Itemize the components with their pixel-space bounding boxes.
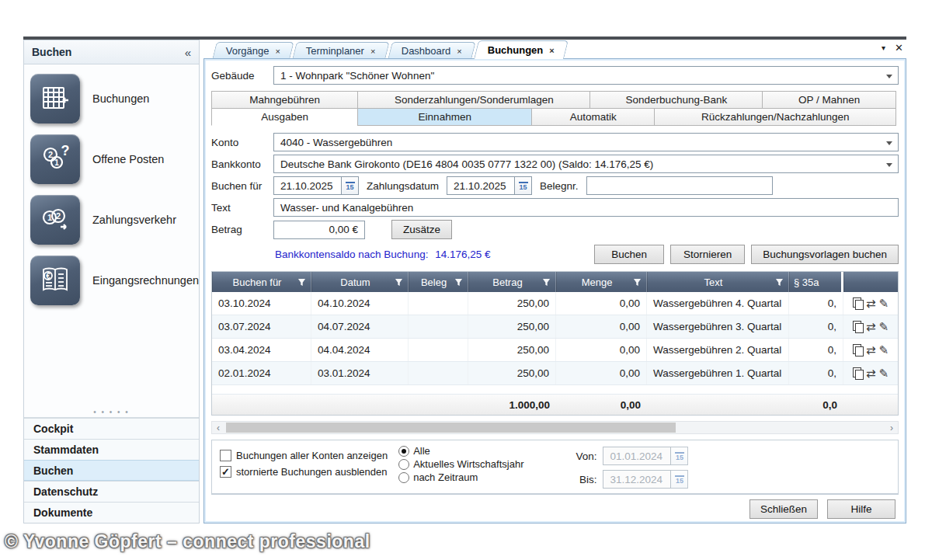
tab-close-icon[interactable]: × <box>457 47 461 56</box>
sidebar-item-offene-posten[interactable]: 2 1 ? Offene Posten <box>30 134 199 184</box>
edit-booking-icon[interactable]: ✎ <box>879 297 889 309</box>
tab-ausgaben[interactable]: Ausgaben <box>211 108 358 126</box>
scrollbar-thumb[interactable] <box>226 423 676 433</box>
collapse-sidebar-icon[interactable]: « <box>185 46 191 59</box>
copy-booking-icon[interactable] <box>853 297 863 309</box>
radio-zeitraum[interactable]: nach Zeitraum <box>398 471 523 483</box>
filter-icon[interactable] <box>633 278 642 287</box>
radio-icon[interactable] <box>398 459 409 470</box>
filter-icon[interactable] <box>454 278 463 287</box>
checkbox-all-accounts[interactable]: Buchungen aller Konten anzeigen <box>220 450 388 461</box>
table-row[interactable]: 03.07.2024 04.07.2024 250,00 0,00 Wasser… <box>212 315 898 339</box>
calendar-icon[interactable]: 15 <box>671 447 688 465</box>
von-date-input[interactable]: 01.01.2024 <box>603 447 671 465</box>
calendar-icon[interactable]: 15 <box>342 176 359 195</box>
tab-vorgaenge[interactable]: Vorgänge× <box>212 42 294 59</box>
copy-booking-icon[interactable] <box>853 321 863 332</box>
buchen-fuer-date-input[interactable]: 21.10.2025 <box>273 176 342 195</box>
gebaeude-select[interactable]: 1 - Wohnpark "Schöner Wohnen" <box>273 66 899 85</box>
stornieren-button[interactable]: Stornieren <box>670 245 745 264</box>
sidebar-item-buchen[interactable]: Buchen <box>24 460 199 481</box>
sidebar-item-label: Eingangsrechnungen <box>92 274 199 287</box>
copy-booking-icon[interactable] <box>853 367 863 379</box>
table-row[interactable]: 03.10.2024 04.10.2024 250,00 0,00 Wasser… <box>212 292 898 315</box>
scroll-left-icon[interactable]: ‹ <box>212 423 224 433</box>
edit-booking-icon[interactable]: ✎ <box>879 344 889 356</box>
column-header-35a[interactable]: § 35a <box>789 272 843 292</box>
tab-close-icon[interactable]: × <box>549 46 554 55</box>
repeat-booking-icon[interactable]: ⇄ <box>866 367 876 379</box>
repeat-booking-icon[interactable]: ⇄ <box>866 321 876 332</box>
edit-booking-icon[interactable]: ✎ <box>879 367 889 379</box>
sidebar-item-buchungen[interactable]: Buchungen <box>30 74 199 123</box>
tab-label: Terminplaner <box>306 45 364 57</box>
belegnr-input[interactable] <box>586 176 773 195</box>
betrag-input[interactable]: 0,00 € <box>273 221 365 239</box>
repeat-booking-icon[interactable]: ⇄ <box>866 297 876 309</box>
sidebar-item-eingangsrechnungen[interactable]: € Eingangsrechnungen <box>30 256 199 305</box>
scroll-right-icon[interactable]: › <box>885 423 898 433</box>
hilfe-button[interactable]: Hilfe <box>827 499 895 519</box>
bankkonto-select[interactable]: Deutsche Bank Girokonto (DE16 4804 0035 … <box>273 155 899 173</box>
sidebar-item-stammdaten[interactable]: Stammdaten <box>24 439 199 460</box>
calendar-icon[interactable]: 15 <box>671 470 688 489</box>
copy-booking-icon[interactable] <box>853 344 863 356</box>
column-header-betrag[interactable]: Betrag <box>468 272 556 292</box>
sidebar-splitter-handle[interactable]: • • • • • <box>24 409 199 418</box>
edit-booking-icon[interactable]: ✎ <box>879 321 889 332</box>
sidebar: Buchen « Buchungen 2 <box>23 40 200 523</box>
tab-close-icon[interactable]: × <box>275 47 280 56</box>
horizontal-scrollbar[interactable]: ‹ › <box>211 421 899 434</box>
sidebar-item-dokumente[interactable]: Dokumente <box>24 502 199 523</box>
tab-buchungen[interactable]: Buchungen× <box>474 40 569 59</box>
filter-icon[interactable] <box>542 278 551 287</box>
radio-selected-icon[interactable] <box>398 446 409 457</box>
sidebar-item-zahlungsverkehr[interactable]: 1 2 Zahlungsverkehr <box>30 195 199 245</box>
payments-icon: 1 2 <box>30 195 80 245</box>
zahlungsdatum-date-input[interactable]: 21.10.2025 <box>447 176 515 195</box>
tab-sonderzahlungen[interactable]: Sonderzahlungen/Sonderumlagen <box>357 91 590 109</box>
tab-terminplaner[interactable]: Terminplaner× <box>292 42 389 59</box>
filter-icon[interactable] <box>395 278 403 287</box>
konto-select[interactable]: 4040 - Wassergebühren <box>273 133 899 151</box>
tab-automatik[interactable]: Automatik <box>531 108 655 126</box>
column-header-menge[interactable]: Menge <box>556 272 647 292</box>
tab-dashboard[interactable]: Dashboard× <box>388 42 476 59</box>
sidebar-title: Buchen <box>32 46 71 58</box>
filter-icon[interactable] <box>297 278 306 287</box>
close-tab-icon[interactable]: ✕ <box>895 42 903 54</box>
radio-wirtschaftsjahr[interactable]: Aktuelles Wirtschaftsjahr <box>398 458 523 470</box>
sidebar-item-cockpit[interactable]: Cockpit <box>24 418 199 439</box>
buchungsvorlagen-button[interactable]: Buchungsvorlagen buchen <box>751 245 899 264</box>
tab-rueckzahlungen[interactable]: Rückzahlungen/Nachzahlungen <box>654 108 896 126</box>
repeat-booking-icon[interactable]: ⇄ <box>866 344 876 356</box>
filter-icon[interactable] <box>775 278 784 287</box>
buchen-button[interactable]: Buchen <box>594 245 664 264</box>
tab-mahngebuehren[interactable]: Mahngebühren <box>211 91 358 109</box>
table-row[interactable]: 02.01.2024 03.01.2024 250,00 0,00 Wasser… <box>212 362 898 385</box>
column-header-buchen-fuer[interactable]: Buchen für <box>212 272 311 292</box>
sidebar-item-datenschutz[interactable]: Datenschutz <box>24 481 199 502</box>
tab-op-mahnen[interactable]: OP / Mahnen <box>762 91 896 109</box>
column-header-beleg[interactable]: Beleg <box>409 272 468 292</box>
table-row[interactable]: 03.04.2024 04.04.2024 250,00 0,00 Wasser… <box>212 339 898 362</box>
checkbox-checked-icon[interactable]: ✓ <box>220 466 231 478</box>
column-header-text[interactable]: Text <box>647 272 789 292</box>
radio-icon[interactable] <box>398 472 409 483</box>
scrollbar-track[interactable] <box>224 422 885 433</box>
cell-text: Wassergebühren 2. Quartal <box>647 339 789 361</box>
tab-close-icon[interactable]: × <box>370 47 375 56</box>
row-actions: ⇄ ✎ <box>843 362 898 384</box>
tab-einnahmen[interactable]: Einnahmen <box>357 108 532 126</box>
tab-sonderbuchung-bank[interactable]: Sonderbuchung-Bank <box>589 91 763 109</box>
radio-alle[interactable]: Alle <box>398 445 523 457</box>
checkbox-icon[interactable] <box>220 450 231 461</box>
zusaetze-button[interactable]: Zusätze <box>391 220 452 239</box>
schliessen-button[interactable]: Schließen <box>749 499 818 519</box>
bis-date-input[interactable]: 31.12.2024 <box>603 470 671 489</box>
calendar-icon[interactable]: 15 <box>515 176 532 195</box>
checkbox-hide-cancelled[interactable]: ✓ stornierte Buchungen ausblenden <box>220 466 388 478</box>
column-header-datum[interactable]: Datum <box>311 272 409 292</box>
tab-list-dropdown-icon[interactable]: ▾ <box>882 43 885 52</box>
text-input[interactable]: Wasser- und Kanalgebühren <box>273 198 899 217</box>
